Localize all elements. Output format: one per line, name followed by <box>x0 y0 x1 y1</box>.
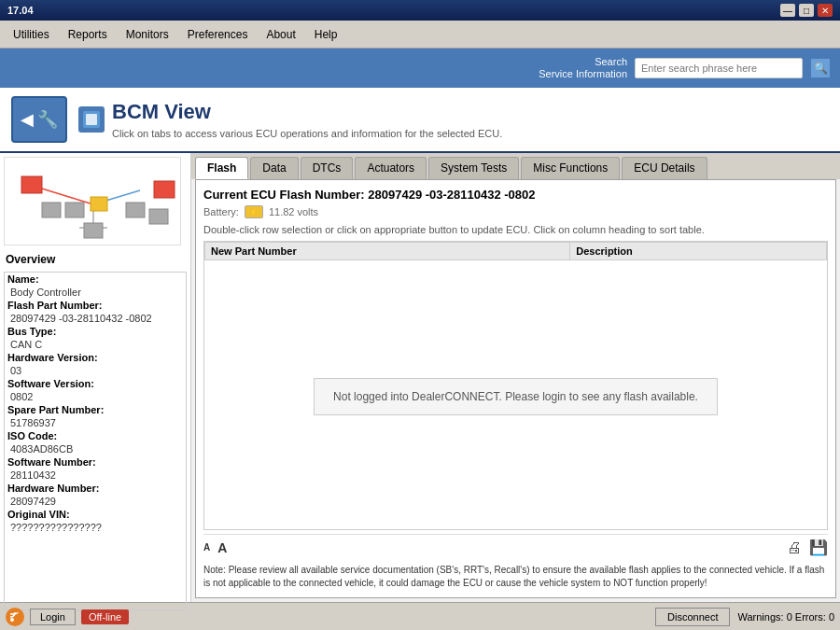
battery-value: 11.82 volts <box>269 206 318 217</box>
list-item: Hardware Number: <box>5 482 186 495</box>
flash-content: Current ECU Flash Number: 28097429 -03-2… <box>195 179 836 598</box>
list-item: Flash Part Number: <box>5 299 186 312</box>
left-panel: Overview Name:Body ControllerFlash Part … <box>0 153 191 602</box>
minimize-button[interactable]: — <box>780 4 795 17</box>
info-field-label: Flash Part Number: <box>5 299 186 312</box>
battery-row: Battery: ⚡ 11.82 volts <box>203 205 828 218</box>
menu-reports[interactable]: Reports <box>59 24 117 45</box>
battery-icon: ⚡ <box>245 205 263 218</box>
list-item: Original VIN: <box>5 508 186 521</box>
instruction-text: Double-click row selection or click on a… <box>203 224 828 235</box>
warnings-text: Warnings: 0 Errors: 0 <box>737 611 834 623</box>
info-panel[interactable]: Name:Body ControllerFlash Part Number:28… <box>4 272 187 610</box>
rss-icon <box>6 608 24 626</box>
diagram-svg <box>5 158 180 245</box>
list-item: Hardware Version: <box>5 351 186 364</box>
offline-badge: Off-line <box>81 609 129 624</box>
info-field-label: ISO Code: <box>5 429 186 442</box>
info-field-label: Software Number: <box>5 455 186 469</box>
header-section: ◀ 🔧 BCM View Click on tabs to access var… <box>0 88 840 153</box>
export-button[interactable]: 💾 <box>809 539 828 556</box>
list-item: 28097429 <box>5 495 186 508</box>
list-item: CAN C <box>5 338 186 351</box>
close-button[interactable]: ✕ <box>818 4 833 17</box>
main-content: Overview Name:Body ControllerFlash Part … <box>0 153 840 602</box>
back-button[interactable]: ◀ 🔧 <box>11 96 67 143</box>
battery-label: Battery: <box>203 206 239 217</box>
list-item: Body Controller <box>5 286 186 299</box>
info-field-label: Hardware Version: <box>5 351 186 364</box>
tab-system-tests[interactable]: System Tests <box>428 157 519 179</box>
flash-number: Current ECU Flash Number: 28097429 -03-2… <box>203 188 828 202</box>
overview-label: Overview <box>4 251 187 268</box>
info-field-value: Body Controller <box>5 286 186 299</box>
print-button[interactable]: 🖨 <box>787 539 802 556</box>
page-title: BCM View <box>112 100 502 124</box>
tab-dtcs[interactable]: DTCs <box>301 157 354 179</box>
page-subtitle: Click on tabs to access various ECU oper… <box>112 128 502 139</box>
info-field-label: Bus Type: <box>5 325 186 338</box>
font-decrease-button[interactable]: A <box>203 542 210 553</box>
status-left: Login Off-line <box>6 608 129 626</box>
col-description[interactable]: Description <box>570 243 827 260</box>
search-label: SearchService Information <box>539 56 627 80</box>
svg-rect-8 <box>42 203 61 217</box>
list-item: 03 <box>5 364 186 377</box>
list-item: 0802 <box>5 390 186 403</box>
disconnect-button[interactable]: Disconnect <box>655 608 730 626</box>
app-title: 17.04 <box>7 5 34 16</box>
tab-actuators[interactable]: Actuators <box>355 157 427 179</box>
info-field-value: 51786937 <box>5 416 186 429</box>
menu-monitors[interactable]: Monitors <box>117 24 178 45</box>
bcm-icon <box>78 106 105 133</box>
search-button[interactable]: 🔍 <box>810 58 831 78</box>
svg-rect-7 <box>154 181 175 198</box>
info-field-label: Spare Part Number: <box>5 403 186 416</box>
list-item: Spare Part Number: <box>5 403 186 416</box>
menu-about[interactable]: About <box>257 24 304 45</box>
font-increase-button[interactable]: A <box>217 540 227 555</box>
list-item: 28110432 <box>5 469 186 482</box>
tab-ecu-details[interactable]: ECU Details <box>622 157 707 179</box>
info-field-label: Name: <box>5 273 186 286</box>
svg-rect-1 <box>86 114 97 125</box>
svg-rect-13 <box>91 197 107 211</box>
menu-utilities[interactable]: Utilities <box>4 24 59 45</box>
info-field-value: CAN C <box>5 338 186 351</box>
list-item: ???????????????? <box>5 521 186 534</box>
login-button[interactable]: Login <box>30 609 76 625</box>
info-table: Name:Body ControllerFlash Part Number:28… <box>5 273 186 534</box>
right-panel: Flash Data DTCs Actuators System Tests M… <box>191 153 840 602</box>
menu-bar: Utilities Reports Monitors Preferences A… <box>0 21 840 49</box>
diagram-area <box>4 157 181 245</box>
tab-misc-functions[interactable]: Misc Functions <box>521 157 620 179</box>
back-arrow-icon: ◀ <box>21 109 34 130</box>
note-text: Note: Please review all available servic… <box>203 564 828 590</box>
tab-flash[interactable]: Flash <box>195 157 248 179</box>
list-item: 51786937 <box>5 416 186 429</box>
menu-preferences[interactable]: Preferences <box>178 24 258 45</box>
list-item: Name: <box>5 273 186 286</box>
tabs-bar: Flash Data DTCs Actuators System Tests M… <box>191 153 840 179</box>
info-field-value: ???????????????? <box>5 521 186 534</box>
search-input[interactable] <box>635 58 803 78</box>
info-field-label: Original VIN: <box>5 508 186 521</box>
svg-rect-12 <box>84 223 103 238</box>
maximize-button[interactable]: □ <box>799 4 814 17</box>
info-field-label: Software Version: <box>5 377 186 390</box>
list-item: ISO Code: <box>5 429 186 442</box>
table-body: Not logged into DealerCONNECT. Please lo… <box>204 264 827 529</box>
info-field-value: 28097429 -03-28110432 -0802 <box>5 312 186 325</box>
info-field-label: Hardware Number: <box>5 482 186 495</box>
tab-data[interactable]: Data <box>250 157 298 179</box>
status-right: Disconnect Warnings: 0 Errors: 0 <box>655 608 834 626</box>
wrench-icon: 🔧 <box>37 109 58 130</box>
menu-help[interactable]: Help <box>305 24 347 45</box>
col-part-number[interactable]: New Part Number <box>205 243 570 260</box>
info-field-value: 28097429 <box>5 495 186 508</box>
svg-rect-10 <box>126 203 145 217</box>
page-header: BCM View Click on tabs to access various… <box>112 100 502 139</box>
window-controls: — □ ✕ <box>780 4 833 17</box>
flash-table: New Part Number Description <box>204 242 827 260</box>
search-bar: SearchService Information 🔍 wiTECH <box>0 49 840 88</box>
